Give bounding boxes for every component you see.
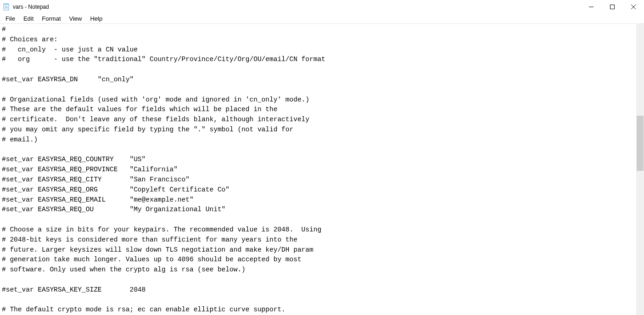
menu-view[interactable]: View bbox=[66, 14, 86, 23]
scrollbar-thumb[interactable] bbox=[637, 116, 644, 171]
menu-format[interactable]: Format bbox=[38, 14, 64, 23]
maximize-button[interactable] bbox=[602, 0, 623, 14]
window-title: vars - Notepad bbox=[13, 4, 49, 10]
vertical-scrollbar[interactable] bbox=[636, 24, 644, 315]
svg-rect-6 bbox=[610, 5, 615, 9]
editor-container: # # Choices are: # cn_only - use just a … bbox=[0, 24, 644, 315]
window-controls bbox=[581, 0, 644, 14]
titlebar-left: vars - Notepad bbox=[3, 3, 49, 11]
text-editor[interactable]: # # Choices are: # cn_only - use just a … bbox=[0, 24, 636, 315]
menu-file[interactable]: File bbox=[2, 14, 19, 23]
menu-edit[interactable]: Edit bbox=[20, 14, 37, 23]
close-button[interactable] bbox=[623, 0, 644, 14]
titlebar: vars - Notepad bbox=[0, 0, 644, 14]
menubar: File Edit Format View Help bbox=[0, 14, 644, 24]
menu-help[interactable]: Help bbox=[86, 14, 106, 23]
svg-rect-1 bbox=[4, 4, 9, 5]
notepad-icon bbox=[3, 3, 10, 11]
minimize-button[interactable] bbox=[581, 0, 602, 14]
